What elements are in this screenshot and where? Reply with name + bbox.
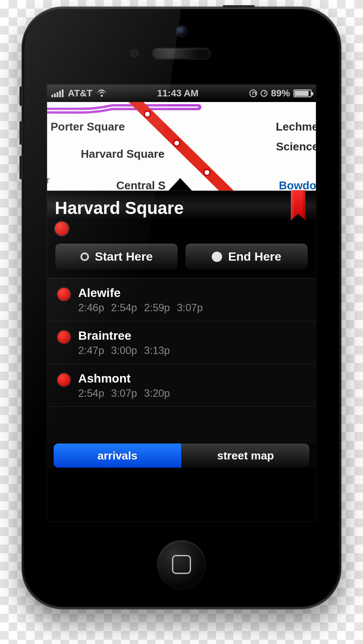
- bookmark-ribbon-icon[interactable]: [291, 190, 306, 220]
- status-bar: AT&T 11:43 AM 89%: [47, 85, 316, 102]
- arrival-times: 2:54p 3:07p 3:20p: [78, 387, 170, 399]
- station-title: Harvard Square: [55, 198, 184, 218]
- list-filler: [47, 407, 316, 443]
- battery-percent-label: 89%: [271, 88, 290, 99]
- screen: AT&T 11:43 AM 89%: [47, 85, 316, 521]
- orientation-lock-icon: [249, 89, 257, 97]
- proximity-sensor: [130, 49, 139, 57]
- arrival-time: 3:13p: [144, 344, 170, 357]
- map-label-central[interactable]: Central S: [116, 179, 166, 191]
- map-label-harvard[interactable]: Harvard Square: [81, 147, 165, 161]
- transit-map[interactable]: Porter Square Harvard Square Central S L…: [47, 102, 316, 191]
- view-segmented-control: arrivals street map: [53, 443, 310, 468]
- battery-icon: [293, 89, 312, 97]
- power-button[interactable]: [223, 5, 255, 8]
- station-lines: [47, 221, 316, 241]
- arrival-time: 3:07p: [177, 302, 203, 314]
- arrival-destination: Braintree: [78, 329, 170, 343]
- carrier-label: AT&T: [68, 88, 92, 99]
- arrival-destination: Alewife: [78, 286, 203, 300]
- earpiece-speaker: [153, 49, 210, 58]
- route-buttons: Start Here End Here: [47, 241, 316, 278]
- red-line-dot-icon: [57, 331, 70, 344]
- map-label-lechmere[interactable]: Lechmere: [276, 120, 316, 134]
- station-panel: Harvard Square Start Here End Here: [47, 191, 316, 468]
- phone-bezel: AT&T 11:43 AM 89%: [24, 9, 339, 607]
- start-here-button[interactable]: Start Here: [55, 243, 178, 270]
- arrival-time: 3:20p: [144, 387, 170, 399]
- arrival-time: 3:00p: [111, 344, 137, 357]
- front-camera: [177, 26, 186, 36]
- arrival-destination: Ashmont: [78, 372, 170, 386]
- arrival-row[interactable]: Alewife 2:46p 2:54p 2:59p 3:07p: [47, 278, 316, 321]
- arrival-time: 2:59p: [144, 302, 170, 314]
- red-line-dot-icon: [57, 288, 70, 301]
- map-label-porter[interactable]: Porter Square: [51, 120, 125, 134]
- signal-bars-icon: [51, 89, 64, 97]
- arrival-times: 2:47p 3:00p 3:13p: [78, 344, 170, 357]
- svg-point-2: [204, 169, 210, 175]
- red-line-dot-icon: [55, 222, 69, 236]
- station-header: Harvard Square: [47, 191, 316, 221]
- volume-down[interactable]: [19, 156, 23, 179]
- clock-label: 11:43 AM: [111, 88, 245, 99]
- arrival-time: 2:54p: [111, 302, 137, 314]
- tab-arrivals[interactable]: arrivals: [54, 443, 182, 468]
- map-lines: [47, 102, 316, 191]
- callout-pointer-icon: [168, 178, 192, 191]
- map-label-bowdoin[interactable]: Bowdoin: [279, 179, 316, 191]
- end-here-button[interactable]: End Here: [185, 243, 308, 270]
- arrival-time: 2:54p: [78, 387, 104, 399]
- arrival-row[interactable]: Braintree 2:47p 3:00p 3:13p: [47, 321, 316, 364]
- svg-point-1: [174, 140, 180, 146]
- red-line-dot-icon: [57, 373, 70, 386]
- route-end-icon: [212, 252, 222, 262]
- wifi-icon: [97, 89, 106, 98]
- arrival-time: 2:47p: [78, 344, 104, 357]
- arrival-time: 3:07p: [111, 387, 137, 399]
- alarm-icon: [261, 90, 267, 97]
- home-button[interactable]: [157, 540, 206, 589]
- arrival-times: 2:46p 2:54p 2:59p 3:07p: [78, 302, 203, 314]
- map-label-science[interactable]: Science: [276, 140, 316, 153]
- volume-up[interactable]: [19, 121, 23, 145]
- tab-street-map[interactable]: street map: [182, 443, 310, 468]
- mute-switch[interactable]: [19, 86, 23, 106]
- arrivals-list: Alewife 2:46p 2:54p 2:59p 3:07p: [47, 278, 316, 443]
- route-start-icon: [80, 252, 89, 261]
- arrival-row[interactable]: Ashmont 2:54p 3:07p 3:20p: [47, 364, 316, 407]
- svg-point-0: [144, 111, 150, 117]
- start-button-label: Start Here: [95, 250, 153, 264]
- phone-frame: AT&T 11:43 AM 89%: [22, 6, 341, 609]
- end-button-label: End Here: [228, 250, 281, 264]
- arrival-time: 2:46p: [78, 302, 104, 314]
